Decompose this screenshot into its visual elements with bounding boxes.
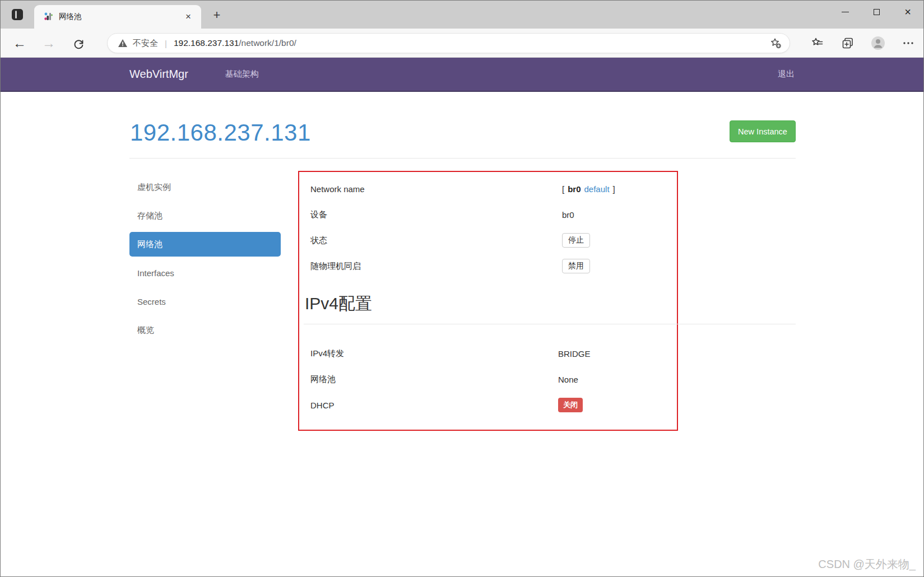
app-brand[interactable]: WebVirtMgr	[129, 68, 188, 81]
minimize-icon	[842, 12, 849, 12]
ipv4-section-heading: IPv4配置	[305, 292, 372, 315]
window-close-button[interactable]: ×	[892, 1, 923, 23]
row-value: [br0default]	[562, 184, 615, 194]
row-state: 状态 停止	[299, 227, 677, 253]
row-label: 网络池	[310, 374, 558, 385]
sidebar-item-networks[interactable]: 网络池	[129, 232, 281, 257]
app-navbar: WebVirtMgr 基础架构 退出	[1, 58, 923, 92]
profile-avatar-icon[interactable]	[871, 36, 885, 50]
row-device: 设备 br0	[299, 202, 677, 227]
row-ipv4-forward: IPv4转发 BRIDGE	[299, 341, 677, 366]
row-label: IPv4转发	[310, 348, 558, 359]
browser-tab[interactable]: 网络池 ×	[34, 5, 201, 29]
row-autostart: 随物理机同启 禁用	[299, 253, 677, 279]
url-separator: |	[165, 39, 167, 48]
browser-window: 网络池 × + × ← →	[0, 0, 924, 577]
new-instance-button[interactable]: New Instance	[730, 120, 796, 142]
network-pool-value: None	[558, 375, 578, 384]
window-controls: ×	[829, 1, 923, 23]
sidebar-item-storages[interactable]: 存储池	[129, 202, 281, 230]
close-icon: ×	[904, 6, 911, 17]
network-default-link[interactable]: default	[584, 184, 610, 194]
bracket-close: ]	[613, 184, 615, 194]
row-dhcp: DHCP 关闭	[299, 392, 677, 418]
sidebar-nav: 虚机实例 存储池 网络池 Interfaces Secrets 概览	[129, 173, 281, 345]
ipv4-forward-value: BRIDGE	[558, 349, 591, 359]
toolbar-icons	[810, 29, 916, 58]
new-tab-button[interactable]: +	[209, 8, 225, 22]
title-divider	[129, 158, 796, 159]
ipv4-detail-section: IPv4转发 BRIDGE 网络池 None DHCP 关闭	[299, 341, 677, 418]
tab-actions-icon[interactable]	[10, 8, 25, 21]
maximize-icon	[874, 9, 880, 15]
watermark-text: CSDN @天外来物_	[818, 557, 916, 572]
row-label: 状态	[310, 235, 562, 246]
security-label[interactable]: 不安全	[133, 38, 158, 49]
settings-more-icon[interactable]	[901, 36, 916, 50]
refresh-button[interactable]	[70, 35, 87, 52]
url-path: /network/1/br0/	[239, 38, 296, 48]
nav-logout[interactable]: 退出	[778, 58, 795, 91]
network-detail-section: Network name [br0default] 设备 br0 状态 停止 随…	[299, 176, 677, 279]
row-label: DHCP	[310, 401, 558, 410]
autostart-disable-button[interactable]: 禁用	[562, 259, 590, 273]
ipv4-section-divider	[304, 324, 796, 324]
url-text[interactable]: 192.168.237.131/network/1/br0/	[174, 38, 296, 48]
row-label: Network name	[310, 184, 562, 194]
row-label: 随物理机同启	[310, 261, 562, 272]
sidebar-item-interfaces[interactable]: Interfaces	[129, 259, 281, 287]
nav-item-infrastructure[interactable]: 基础架构	[225, 69, 259, 80]
tab-close-icon[interactable]: ×	[182, 11, 194, 23]
refresh-icon	[73, 38, 85, 50]
browser-toolbar: ← → 不安全 | 192.168.237.131/network/1/br0/	[1, 29, 923, 58]
url-host: 192.168.237.131	[174, 38, 239, 48]
row-network-pool: 网络池 None	[299, 366, 677, 392]
address-bar[interactable]: 不安全 | 192.168.237.131/network/1/br0/	[107, 33, 790, 53]
bookmark-star-icon[interactable]	[769, 37, 782, 49]
browser-titlebar: 网络池 × + ×	[1, 1, 923, 29]
sidebar-item-secrets[interactable]: Secrets	[129, 287, 281, 316]
page-title: 192.168.237.131	[130, 119, 311, 146]
annotation-highlight-box: Network name [br0default] 设备 br0 状态 停止 随…	[298, 171, 678, 431]
state-stop-button[interactable]: 停止	[562, 233, 590, 248]
sidebar-item-instances[interactable]: 虚机实例	[129, 173, 281, 202]
sidebar-item-overview[interactable]: 概览	[129, 316, 281, 345]
row-label: 设备	[310, 210, 562, 220]
back-button[interactable]: ←	[8, 29, 31, 58]
warning-icon	[118, 39, 128, 48]
dhcp-status-badge: 关闭	[558, 398, 583, 412]
bracket-open: [	[562, 184, 564, 194]
tab-title: 网络池	[59, 12, 182, 22]
device-value: br0	[562, 210, 574, 220]
window-minimize-button[interactable]	[829, 1, 861, 23]
forward-button: →	[38, 29, 60, 58]
favorites-hub-icon[interactable]	[810, 36, 825, 50]
collections-icon[interactable]	[841, 36, 855, 50]
network-name-value: br0	[568, 184, 581, 194]
row-network-name: Network name [br0default]	[299, 176, 677, 202]
favicon	[43, 12, 53, 22]
window-maximize-button[interactable]	[861, 1, 892, 23]
